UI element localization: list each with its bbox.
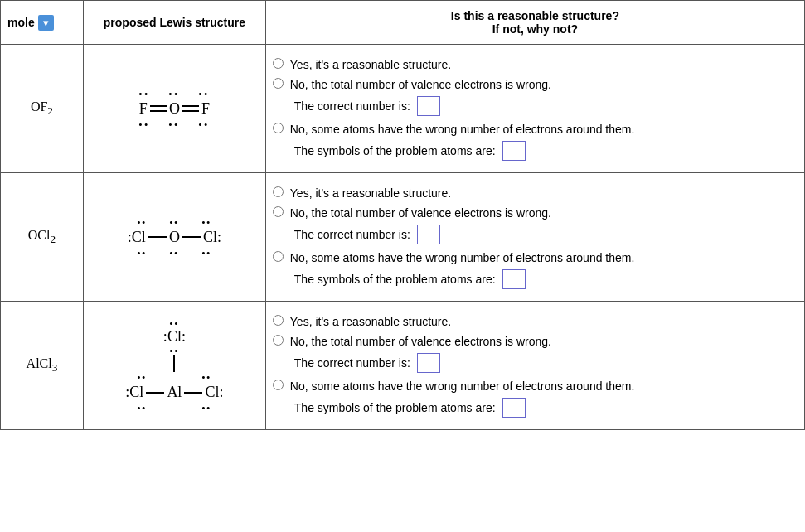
problem-atoms-input-ocl2[interactable]	[502, 269, 526, 289]
single-bond-1-ocl2	[148, 236, 167, 238]
radio-yes-alcl3[interactable]	[273, 315, 284, 326]
label-yes-alcl3: Yes, it's a reasonable structure.	[290, 315, 451, 328]
radio-no-atoms-ocl2[interactable]	[273, 251, 284, 262]
dots-cl-top-bot: ••	[170, 346, 180, 355]
table-row: OCl2 •• •• •• : Cl	[1, 173, 805, 302]
label-no-atoms-ocl2: No, some atoms have the wrong number of …	[290, 251, 635, 264]
correct-number-label-of2: The correct number is:	[294, 99, 410, 113]
dots-o-top-ocl2: ••	[159, 217, 189, 227]
label-no-valence-alcl3: No, the total number of valence electron…	[290, 335, 551, 348]
radio-no-valence-alcl3[interactable]	[273, 335, 284, 346]
dots-f1-top: ••	[129, 89, 159, 99]
label-yes-ocl2: Yes, it's a reasonable structure.	[290, 186, 451, 200]
lewis-cell-ocl2: •• •• •• : Cl O Cl :	[83, 173, 265, 302]
mol-dropdown-button[interactable]: ▾	[38, 15, 54, 31]
dots-o-bot: ••	[159, 119, 189, 129]
label-no-valence-ocl2: No, the total number of valence electron…	[290, 206, 551, 220]
dots-cl2-bot: ••	[189, 248, 224, 258]
single-bond-1-alcl3	[146, 392, 164, 394]
molecule-cell-alcl3: AlCl3	[1, 302, 84, 430]
mol-header-label: mole	[7, 16, 35, 29]
option-no-valence-ocl2[interactable]: No, the total number of valence electron…	[273, 205, 798, 220]
option-yes-alcl3[interactable]: Yes, it's a reasonable structure.	[273, 313, 798, 328]
molecule-label-of2: OF2	[31, 99, 53, 114]
atom-cl2: Cl	[203, 229, 217, 246]
single-bond-2-alcl3	[184, 392, 202, 394]
option-no-atoms-ocl2[interactable]: No, some atoms have the wrong number of …	[273, 249, 798, 264]
reason-cell-ocl2: Yes, it's a reasonable structure. No, th…	[265, 173, 804, 302]
atom-cl4: Cl	[205, 384, 219, 401]
atom-cl-top: Cl	[167, 328, 182, 346]
option-no-atoms-of2[interactable]: No, some atoms have the wrong number of …	[273, 121, 798, 136]
atom-f1: F	[139, 100, 148, 118]
molecule-cell-of2: OF2	[1, 45, 84, 173]
colon-right-cl2: :	[217, 229, 221, 246]
sub-problem-atoms-alcl3: The symbols of the problem atoms are:	[294, 398, 798, 418]
lewis-cell-of2: •• •• •• F O	[83, 45, 265, 173]
dots-cl-top-top: ••	[170, 318, 180, 328]
sub-problem-atoms-ocl2: The symbols of the problem atoms are:	[294, 269, 798, 289]
reason-cell-of2: Yes, it's a reasonable structure. No, th…	[265, 45, 804, 173]
double-bond-2	[182, 104, 199, 114]
label-no-atoms-alcl3: No, some atoms have the wrong number of …	[290, 380, 635, 393]
atom-f2: F	[201, 100, 210, 118]
lewis-header: proposed Lewis structure	[83, 1, 265, 45]
colon-right-cl4: :	[219, 384, 223, 401]
label-yes-of2: Yes, it's a reasonable structure.	[290, 58, 451, 71]
option-no-atoms-alcl3[interactable]: No, some atoms have the wrong number of …	[273, 378, 798, 393]
dots-f1-bot: ••	[129, 119, 159, 129]
option-yes-of2[interactable]: Yes, it's a reasonable structure.	[273, 56, 798, 71]
table-row: OF2 •• •• •• F	[1, 45, 805, 173]
problem-atoms-label-of2: The symbols of the problem atoms are:	[294, 144, 496, 157]
dots-o-bot-ocl2: ••	[159, 248, 189, 258]
radio-no-atoms-alcl3[interactable]	[273, 380, 284, 390]
radio-no-valence-of2[interactable]	[273, 78, 284, 89]
problem-atoms-label-alcl3: The symbols of the problem atoms are:	[294, 401, 496, 414]
radio-no-valence-ocl2[interactable]	[273, 206, 284, 217]
molecule-cell-ocl2: OCl2	[1, 173, 84, 302]
atom-cl3: Cl	[129, 384, 143, 401]
dots-f2-top: ••	[189, 89, 219, 99]
correct-number-label-alcl3: The correct number is:	[294, 356, 410, 370]
problem-atoms-label-ocl2: The symbols of the problem atoms are:	[294, 273, 496, 286]
option-yes-ocl2[interactable]: Yes, it's a reasonable structure.	[273, 185, 798, 200]
sub-correct-number-of2: The correct number is:	[294, 96, 798, 116]
dots-cl3-bot: ••	[124, 403, 160, 413]
dots-cl2-top: ••	[189, 217, 224, 227]
molecule-header: mole ▾	[1, 1, 84, 45]
table-row: AlCl3 •• : Cl : ••	[1, 302, 805, 430]
molecule-label-ocl2: OCl2	[28, 228, 56, 242]
atom-cl1: Cl	[132, 229, 146, 246]
reason-cell-alcl3: Yes, it's a reasonable structure. No, th…	[265, 302, 804, 430]
correct-number-label-ocl2: The correct number is:	[294, 228, 410, 241]
single-bond-2-ocl2	[182, 236, 201, 238]
radio-no-atoms-of2[interactable]	[273, 123, 284, 133]
radio-yes-ocl2[interactable]	[273, 186, 284, 197]
sub-correct-number-ocl2: The correct number is:	[294, 225, 798, 244]
lewis-cell-alcl3: •• : Cl : •• ••	[83, 302, 265, 430]
option-no-valence-alcl3[interactable]: No, the total number of valence electron…	[273, 333, 798, 348]
dots-cl3-top: ••	[124, 372, 160, 382]
radio-yes-of2[interactable]	[273, 58, 284, 69]
colon-top-cl-right: :	[182, 328, 186, 346]
correct-number-input-ocl2[interactable]	[417, 225, 440, 244]
atom-o: O	[169, 100, 180, 118]
sub-correct-number-alcl3: The correct number is:	[294, 353, 798, 373]
label-no-valence-of2: No, the total number of valence electron…	[290, 78, 551, 91]
dots-o-top: ••	[159, 89, 189, 99]
atom-o-ocl2: O	[169, 229, 180, 246]
dots-cl4-top: ••	[188, 372, 225, 382]
problem-atoms-input-alcl3[interactable]	[502, 398, 526, 418]
option-no-valence-of2[interactable]: No, the total number of valence electron…	[273, 76, 798, 91]
sub-problem-atoms-of2: The symbols of the problem atoms are:	[294, 141, 798, 161]
correct-number-input-alcl3[interactable]	[417, 353, 440, 373]
double-bond-1	[150, 104, 167, 114]
correct-number-input-of2[interactable]	[417, 96, 440, 116]
molecule-label-alcl3: AlCl3	[27, 356, 58, 370]
vertical-bond-alcl3	[173, 355, 175, 372]
atom-al: Al	[167, 384, 182, 401]
dots-cl4-bot: ••	[188, 403, 225, 413]
dots-f2-bot: ••	[189, 119, 219, 129]
problem-atoms-input-of2[interactable]	[502, 141, 526, 161]
label-no-atoms-of2: No, some atoms have the wrong number of …	[290, 123, 635, 136]
